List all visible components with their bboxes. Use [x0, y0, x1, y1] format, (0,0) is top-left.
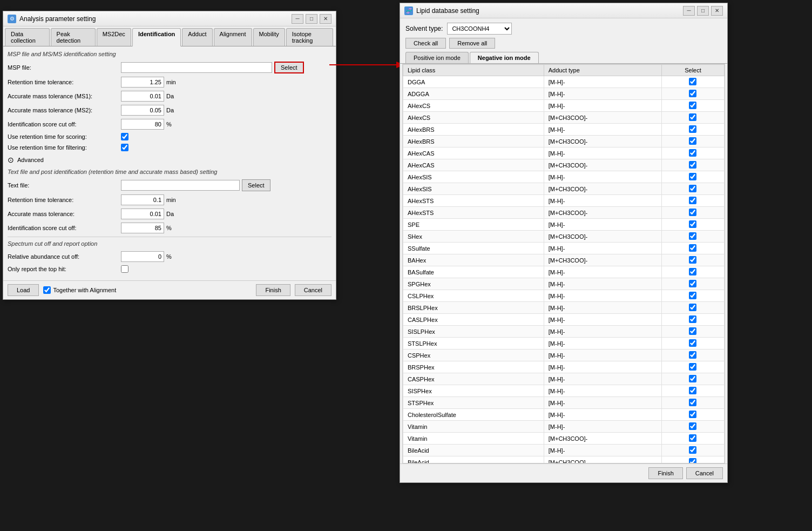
lipid-table-row: SHex[M+CH3COO]-: [403, 231, 725, 243]
rel-abundance-row: Relative abundance cut off: %: [8, 251, 331, 262]
lipid-row-checkbox[interactable]: [689, 209, 696, 216]
lipid-row-checkbox[interactable]: [689, 434, 696, 442]
mass-tolerance2-label: Accurate mass tolerance:: [8, 211, 121, 217]
adduct-type-header: Adduct type: [544, 65, 661, 76]
lipid-minimize-btn[interactable]: ─: [683, 6, 695, 16]
lipid-class-cell: STSPHex: [403, 397, 544, 409]
lipid-adduct-cell: [M+CH3COO]-: [544, 433, 661, 445]
lipid-finish-button[interactable]: Finish: [648, 467, 682, 479]
lipid-row-checkbox[interactable]: [689, 363, 696, 371]
lipid-row-checkbox[interactable]: [689, 411, 696, 418]
lipid-cancel-button[interactable]: Cancel: [686, 467, 723, 479]
mass-tolerance2-input[interactable]: [121, 209, 164, 219]
lipid-row-checkbox[interactable]: [689, 161, 696, 169]
top-hit-checkbox[interactable]: [121, 265, 128, 273]
tab-peak-detection[interactable]: Peak detection: [51, 28, 96, 46]
lipid-row-checkbox[interactable]: [689, 292, 696, 299]
lipid-row-checkbox[interactable]: [689, 137, 696, 145]
lipid-row-checkbox[interactable]: [689, 351, 696, 359]
ion-mode-tabs: Positive ion mode Negative ion mode: [400, 52, 727, 64]
cancel-button[interactable]: Cancel: [295, 284, 331, 296]
ms1-tolerance-input[interactable]: [121, 91, 164, 102]
lipid-row-checkbox[interactable]: [689, 197, 696, 204]
check-all-button[interactable]: Check all: [405, 38, 446, 49]
lipid-row-checkbox[interactable]: [689, 315, 696, 323]
rt-tolerance2-input[interactable]: [121, 194, 164, 205]
lipid-row-checkbox[interactable]: [689, 102, 696, 109]
lipid-table-row: SPE[M-H]-: [403, 219, 725, 231]
lipid-table-row: BileAcid[M-H]-: [403, 445, 725, 456]
rt-tolerance-input[interactable]: [121, 77, 164, 88]
analysis-close-btn[interactable]: ✕: [320, 14, 331, 24]
solvent-select[interactable]: CH3COONH4: [447, 23, 512, 35]
rt-filtering-checkbox[interactable]: [121, 144, 128, 151]
id-score2-input[interactable]: [121, 223, 164, 233]
tab-identification[interactable]: Identification: [132, 28, 181, 46]
lipid-table-container[interactable]: Lipid class Adduct type Select DGGA[M-H]…: [402, 64, 725, 463]
load-button[interactable]: Load: [8, 284, 39, 296]
lipid-maximize-btn[interactable]: □: [697, 6, 709, 16]
lipid-row-checkbox[interactable]: [689, 232, 696, 240]
tab-adduct[interactable]: Adduct: [182, 28, 212, 46]
lipid-row-checkbox[interactable]: [689, 422, 696, 430]
lipid-row-checkbox[interactable]: [689, 185, 696, 192]
lipid-table-row: AHexSTS[M-H]-: [403, 195, 725, 207]
together-checkbox[interactable]: [43, 286, 51, 294]
finish-button[interactable]: Finish: [256, 284, 290, 296]
mass-tolerance2-row: Accurate mass tolerance: Da: [8, 209, 331, 219]
tab-data-collection[interactable]: Data collection: [5, 28, 50, 46]
lipid-row-checkbox[interactable]: [689, 458, 696, 464]
top-hit-row: Only report the top hit:: [8, 265, 331, 273]
lipid-database-window: 🧬 Lipid database setting ─ □ ✕ Solvent t…: [400, 3, 728, 483]
lipid-row-checkbox[interactable]: [689, 304, 696, 311]
lipid-adduct-cell: [M-H]-: [544, 314, 661, 326]
lipid-row-checkbox[interactable]: [689, 78, 696, 85]
negative-ion-tab[interactable]: Negative ion mode: [470, 52, 539, 63]
lipid-row-checkbox[interactable]: [689, 173, 696, 180]
lipid-row-checkbox[interactable]: [689, 244, 696, 252]
lipid-row-checkbox[interactable]: [689, 256, 696, 264]
positive-ion-tab[interactable]: Positive ion mode: [405, 52, 469, 63]
msp-file-input[interactable]: [121, 62, 272, 73]
lipid-select-cell: [661, 88, 724, 100]
lipid-row-checkbox[interactable]: [689, 149, 696, 157]
analysis-minimize-btn[interactable]: ─: [292, 14, 303, 24]
text-file-input[interactable]: [121, 180, 240, 191]
rt-scoring-checkbox[interactable]: [121, 133, 128, 140]
lipid-row-checkbox[interactable]: [689, 387, 696, 394]
remove-all-button[interactable]: Remove all: [449, 38, 495, 49]
lipid-table-row: AHexSIS[M+CH3COO]-: [403, 183, 725, 195]
advanced-header[interactable]: ⊙ Advanced: [8, 156, 331, 164]
lipid-table-row: STSPHex[M-H]-: [403, 397, 725, 409]
lipid-adduct-cell: [M-H]-: [544, 278, 661, 290]
id-score-input[interactable]: [121, 119, 164, 130]
text-file-row: Text file: Select: [8, 179, 331, 191]
tab-isotope-tracking[interactable]: Isotope tracking: [286, 28, 333, 46]
lipid-class-cell: BileAcid: [403, 445, 544, 456]
lipid-row-checkbox[interactable]: [689, 113, 696, 121]
lipid-row-checkbox[interactable]: [689, 339, 696, 347]
rel-abundance-input[interactable]: [121, 251, 164, 262]
tab-mobility[interactable]: Mobility: [253, 28, 285, 46]
lipid-class-cell: BAHex: [403, 254, 544, 266]
tab-alignment[interactable]: Alignment: [214, 28, 252, 46]
lipid-row-checkbox[interactable]: [689, 280, 696, 287]
lipid-adduct-cell: [M+CH3COO]-: [544, 112, 661, 124]
lipid-close-btn[interactable]: ✕: [711, 6, 723, 16]
ms2-tolerance-input[interactable]: [121, 105, 164, 116]
text-select-button[interactable]: Select: [242, 179, 270, 191]
lipid-row-checkbox[interactable]: [689, 327, 696, 335]
lipid-select-cell: [661, 100, 724, 112]
lipid-select-cell: [661, 397, 724, 409]
lipid-row-checkbox[interactable]: [689, 220, 696, 228]
lipid-row-checkbox[interactable]: [689, 90, 696, 97]
lipid-row-checkbox[interactable]: [689, 268, 696, 275]
lipid-row-checkbox[interactable]: [689, 446, 696, 454]
analysis-maximize-btn[interactable]: □: [306, 14, 317, 24]
msp-select-button[interactable]: Select: [274, 62, 304, 73]
lipid-row-checkbox[interactable]: [689, 399, 696, 406]
tab-ms2dec[interactable]: MS2Dec: [97, 28, 131, 46]
lipid-row-checkbox[interactable]: [689, 125, 696, 133]
title-left: ⚙ Analysis parameter setting: [8, 15, 96, 23]
lipid-row-checkbox[interactable]: [689, 375, 696, 382]
